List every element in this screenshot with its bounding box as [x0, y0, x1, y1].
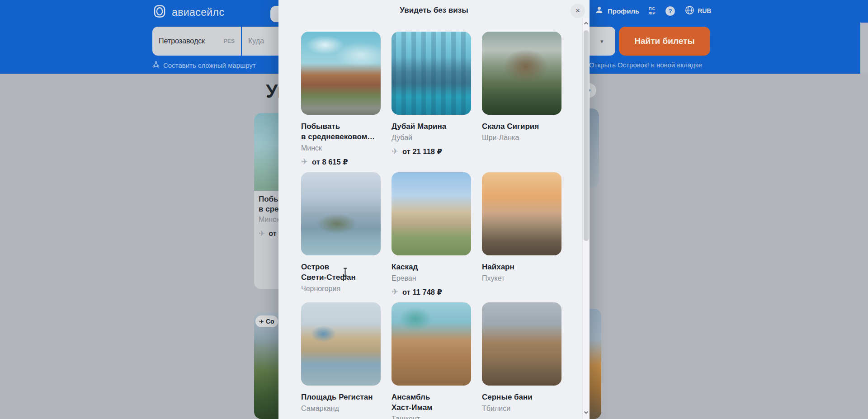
psgr-icon[interactable]: ПС ЖР [648, 6, 656, 15]
card-price-row: ✈от 8 615 ₽ [301, 157, 381, 167]
aviasales-logo[interactable]: авиасейлс [152, 4, 224, 20]
app-window: авиасейлс Профиль ПС ЖР ? [0, 0, 868, 419]
destination-card[interactable]: Серные баниТбилиси✈от 19 743 ₽ [482, 302, 561, 419]
scrollbar-thumb[interactable] [584, 30, 589, 241]
plane-icon: ✈ [392, 146, 398, 156]
visa-free-modal: Увидеть без визы × Побыватьв средневеков… [278, 0, 590, 419]
logo-text: авиасейлс [172, 6, 224, 19]
plane-icon: ✈ [301, 157, 308, 167]
origin-field[interactable]: PES [152, 27, 241, 56]
card-title-line: Серные бани [482, 392, 561, 402]
search-form: PES [152, 27, 287, 56]
modal-scrollbar[interactable] [582, 18, 589, 419]
card-title-line: Хаст-Имам [392, 402, 471, 413]
destination-card[interactable]: Побыватьв средневековом…Минск✈от 8 615 ₽ [301, 32, 381, 167]
card-price: от 21 118 ₽ [402, 147, 442, 156]
passengers-field-fragment[interactable]: ▾ [590, 27, 615, 56]
card-row: Побыватьв средневековом…Минск✈от 8 615 ₽… [301, 32, 561, 167]
card-title-line: Найхарн [482, 262, 561, 272]
registan-photo [301, 302, 381, 386]
card-title-line: Ансамбль [392, 392, 471, 402]
card-title-line: Каскад [392, 262, 471, 272]
account-bar: Профиль ПС ЖР ? RUB [595, 4, 711, 18]
tbilisi-baths-photo [482, 302, 561, 386]
plane-icon: ✈ [301, 417, 308, 419]
plane-icon: ✈ [392, 287, 398, 297]
mir-castle-photo [301, 32, 381, 115]
search-form-right: ▾ Найти билеты [590, 27, 710, 56]
sveti-stefan-photo [301, 172, 381, 255]
card-title-line: Дубай Марина [392, 121, 471, 132]
card-title-line: Площадь Регистан [301, 392, 381, 402]
card-price: от 11 748 ₽ [402, 288, 442, 297]
card-title-line: Свети-Стефан [301, 272, 381, 282]
card-subtitle: Ташкент [392, 413, 471, 419]
card-subtitle: Черногория [301, 283, 381, 295]
destination-card[interactable]: Скала СигирияШри-Ланка [482, 32, 561, 167]
card-subtitle: Тбилиси [482, 403, 561, 414]
card-subtitle: Шри-Ланка [482, 132, 561, 144]
card-subtitle: Ереван [392, 273, 471, 284]
card-price-row: ✈от 19 743 ₽ [482, 417, 561, 419]
card-subtitle: Пхукет [482, 273, 561, 284]
close-icon[interactable]: × [571, 4, 585, 18]
profile-button[interactable]: Профиль [608, 7, 639, 15]
destination-input[interactable] [248, 37, 281, 45]
card-row: Площадь РегистанСамарканд✈от 24 115 ₽Анс… [301, 302, 561, 419]
card-subtitle: Самарканд [301, 403, 381, 414]
card-title-line: Скала Сигирия [482, 121, 561, 132]
browser-scrollbar-strip[interactable] [860, 23, 868, 74]
card-price: от 8 615 ₽ [312, 158, 348, 166]
card-title-line: Остров [301, 262, 381, 272]
card-price-row: ✈от 24 115 ₽ [301, 417, 381, 419]
nai-harn-photo [482, 172, 561, 255]
plane-icon: ✈ [482, 417, 489, 419]
ticket-logo-icon [152, 4, 167, 20]
destination-card[interactable]: Дубай МаринаДубай✈от 21 118 ₽ [392, 32, 471, 167]
card-price-row: ✈от 11 748 ₽ [392, 287, 471, 297]
cascade-photo [392, 172, 471, 255]
find-tickets-button[interactable]: Найти билеты [619, 27, 710, 56]
origin-input[interactable] [159, 37, 221, 45]
scroll-down-icon[interactable] [583, 408, 589, 416]
card-title-line: Побывать [301, 121, 381, 132]
text-cursor [342, 268, 348, 278]
globe-icon [685, 5, 694, 17]
card-row: ОстровСвети-СтефанЧерногорияКаскадЕреван… [301, 172, 561, 297]
origin-iata-code: PES [224, 38, 235, 44]
help-icon[interactable]: ? [665, 6, 675, 16]
dubai-marina-photo [392, 32, 471, 115]
sigiriya-photo [482, 32, 561, 115]
plane-icon: ✈ [259, 318, 264, 325]
currency-selector[interactable]: RUB [698, 7, 711, 14]
destination-card[interactable]: ОстровСвети-СтефанЧерногория [301, 172, 381, 297]
card-subtitle: Минск [301, 142, 381, 154]
card-subtitle: Дубай [392, 132, 471, 144]
chevron-down-icon: ▾ [600, 38, 604, 45]
scroll-up-icon[interactable] [583, 19, 589, 27]
complex-route-link[interactable]: Составить сложный маршрут [152, 61, 256, 70]
plane-icon: ✈ [259, 229, 265, 238]
destination-card[interactable]: Площадь РегистанСамарканд✈от 24 115 ₽ [301, 302, 381, 419]
destination-card[interactable]: КаскадЕреван✈от 11 748 ₽ [392, 172, 471, 297]
destination-card[interactable]: АнсамбльХаст-ИмамТашкент [392, 302, 471, 419]
profile-icon [595, 6, 604, 16]
hast-imam-photo [392, 302, 471, 386]
modal-title: Увидеть без визы [278, 6, 590, 15]
route-icon [152, 61, 160, 70]
card-price-row: ✈от 21 118 ₽ [392, 146, 471, 156]
promo-badge: ✈ Со [255, 315, 278, 327]
destination-card[interactable]: НайхарнПхукет [482, 172, 561, 297]
card-title-line: в средневековом… [301, 132, 381, 142]
ostrovok-option-label[interactable]: Открыть Островок! в новой вкладке [589, 61, 702, 69]
